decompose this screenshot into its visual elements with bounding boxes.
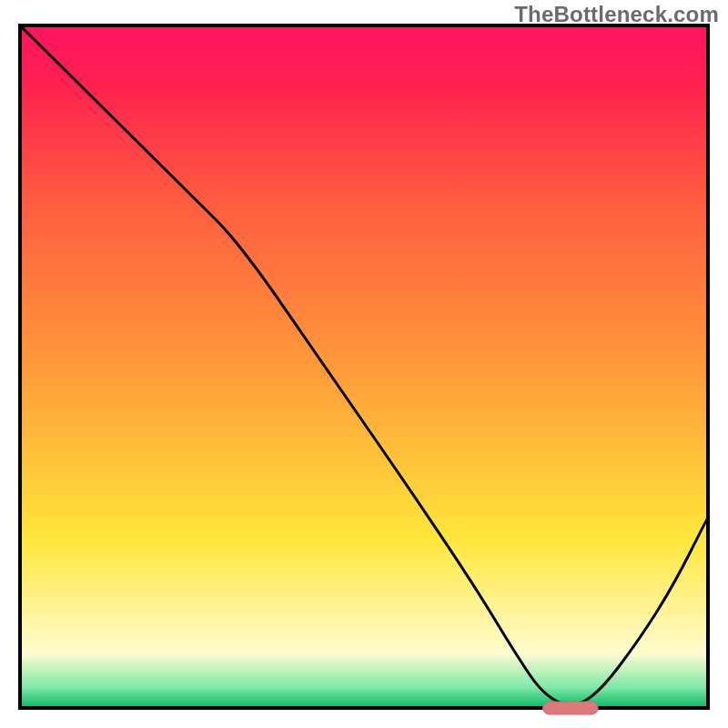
bottleneck-chart (0, 0, 728, 728)
optimal-marker (543, 702, 599, 714)
chart-container: TheBottleneck.com (0, 0, 728, 728)
